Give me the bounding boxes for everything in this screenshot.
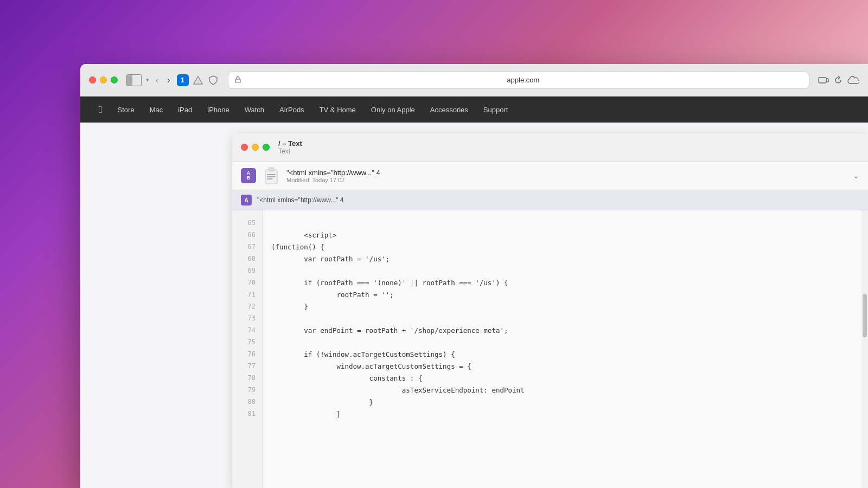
text-app-title-block: / – Text Text <box>278 139 302 155</box>
code-line-79: asTexServiceEndpoint: endPoint <box>271 384 853 396</box>
file-entry-row[interactable]: A B "<html xmlns="http://www..." 4 Modif… <box>232 162 868 190</box>
line-num-73: 73 <box>232 312 262 324</box>
code-content[interactable]: <script> (function() { var rootPath = '/… <box>263 210 861 488</box>
extension-icons: 1 ! <box>177 74 219 86</box>
line-num-67: 67 <box>232 241 262 253</box>
close-button[interactable] <box>89 76 96 84</box>
line-num-69: 69 <box>232 265 262 277</box>
line-num-70: 70 <box>232 277 262 288</box>
address-bar[interactable]: apple.com <box>228 72 809 89</box>
nav-item-accessories[interactable]: Accessories <box>423 97 476 123</box>
code-line-73 <box>271 312 853 324</box>
svg-rect-4 <box>826 79 828 82</box>
text-app-minimize[interactable] <box>252 144 259 151</box>
nav-item-watch[interactable]: Watch <box>237 97 272 123</box>
file-info-block: "<html xmlns="http://www..." 4 Modified:… <box>286 169 846 183</box>
line-num-74: 74 <box>232 324 262 336</box>
text-app-title: / – Text <box>278 139 302 147</box>
warning-icon[interactable]: ! <box>192 74 204 86</box>
sidebar-toggle-left <box>127 75 132 86</box>
active-file-name: "<html xmlns="http://www..." 4 <box>257 196 344 204</box>
text-app-subtitle: Text <box>278 147 302 155</box>
file-title: "<html xmlns="http://www..." 4 <box>286 169 846 177</box>
text-app-maximize[interactable] <box>263 144 270 151</box>
vertical-scrollbar[interactable] <box>861 210 868 488</box>
nav-item-mac[interactable]: Mac <box>142 97 171 123</box>
nav-item-store[interactable]: Store <box>110 97 142 123</box>
page-content: / – Text Text A B <box>80 123 868 488</box>
svg-rect-6 <box>269 168 274 171</box>
shield-icon[interactable] <box>207 74 219 86</box>
toolbar-right-icons <box>818 75 859 85</box>
sidebar-toggle-button[interactable] <box>126 74 142 86</box>
nav-item-support[interactable]: Support <box>476 97 516 123</box>
line-num-76: 76 <box>232 348 262 360</box>
svg-rect-3 <box>819 78 826 83</box>
text-app-titlebar: / – Text Text <box>232 133 868 162</box>
forward-button[interactable]: › <box>165 75 172 85</box>
line-numbers: 65 66 67 68 69 70 71 72 73 74 75 76 <box>232 210 263 488</box>
text-app-traffic-lights <box>241 144 270 151</box>
sidebar-toggle-right <box>132 75 141 86</box>
text-app-window: / – Text Text A B <box>232 133 868 488</box>
line-num-75: 75 <box>232 336 262 348</box>
file-clipboard-icon <box>263 167 280 184</box>
back-button[interactable]: ‹ <box>154 75 161 85</box>
nav-item-ipad[interactable]: iPad <box>170 97 200 123</box>
line-num-72: 72 <box>232 300 262 312</box>
code-line-80: } <box>271 396 853 408</box>
code-line-77: window.acTargetCustomSettings = { <box>271 360 853 372</box>
scrollbar-thumb[interactable] <box>863 294 867 337</box>
line-num-78: 78 <box>232 372 262 384</box>
code-area: A "<html xmlns="http://www..." 4 65 66 6… <box>232 190 868 488</box>
line-num-79: 79 <box>232 384 262 396</box>
ab-badge: A B <box>241 168 256 183</box>
refresh-icon[interactable] <box>833 75 843 85</box>
sidebar-dropdown-icon[interactable]: ▾ <box>146 76 149 84</box>
text-app-close[interactable] <box>241 144 248 151</box>
nav-item-tv-home[interactable]: TV & Home <box>312 97 363 123</box>
nav-item-airpods[interactable]: AirPods <box>272 97 312 123</box>
1password-icon[interactable]: 1 <box>177 74 189 86</box>
line-num-66: 66 <box>232 229 262 241</box>
maximize-button[interactable] <box>111 76 118 84</box>
line-num-77: 77 <box>232 360 262 372</box>
minimize-button[interactable] <box>100 76 107 84</box>
browser-window: ▾ ‹ › 1 ! apple.com <box>80 64 868 488</box>
apple-logo-icon[interactable]:  <box>91 104 110 115</box>
code-line-75 <box>271 336 853 348</box>
active-file-bar: A "<html xmlns="http://www..." 4 <box>232 190 868 210</box>
traffic-lights <box>89 76 118 84</box>
code-line-76: if (!window.acTargetCustomSettings) { <box>271 348 853 360</box>
url-display: apple.com <box>244 76 802 84</box>
code-panel: A "<html xmlns="http://www..." 4 65 66 6… <box>232 190 868 488</box>
svg-rect-8 <box>267 176 276 177</box>
nav-item-iphone[interactable]: iPhone <box>200 97 237 123</box>
svg-rect-2 <box>235 79 240 83</box>
line-num-80: 80 <box>232 396 262 408</box>
line-num-71: 71 <box>232 288 262 300</box>
nav-item-only-on-apple[interactable]: Only on Apple <box>363 97 423 123</box>
code-line-69 <box>271 265 853 277</box>
code-line-66: <script> <box>271 229 853 241</box>
code-line-65 <box>271 217 853 229</box>
code-line-68: var rootPath = '/us'; <box>271 253 853 265</box>
cloud-icon[interactable] <box>847 76 859 85</box>
file-modified: Modified: Today 17:07 <box>286 177 846 183</box>
code-line-72: } <box>271 300 853 312</box>
svg-text:!: ! <box>197 79 199 84</box>
expand-arrow-icon[interactable]: ⌄ <box>853 171 859 180</box>
code-line-71: rootPath = ''; <box>271 288 853 300</box>
line-num-65: 65 <box>232 217 262 229</box>
code-line-81: } <box>271 408 853 420</box>
lock-icon <box>235 75 241 85</box>
code-line-78: constants : { <box>271 372 853 384</box>
line-num-68: 68 <box>232 253 262 265</box>
share-icon[interactable] <box>818 75 829 85</box>
code-line-74: var endPoint = rootPath + '/shop/experie… <box>271 324 853 336</box>
code-editor[interactable]: 65 66 67 68 69 70 71 72 73 74 75 76 <box>232 210 868 488</box>
code-line-70: if (rootPath === '(none)' || rootPath ==… <box>271 277 853 288</box>
svg-rect-7 <box>267 174 276 175</box>
apple-navigation-bar:  Store Mac iPad iPhone Watch AirPods TV… <box>80 97 868 123</box>
browser-toolbar: ▾ ‹ › 1 ! apple.com <box>80 64 868 97</box>
